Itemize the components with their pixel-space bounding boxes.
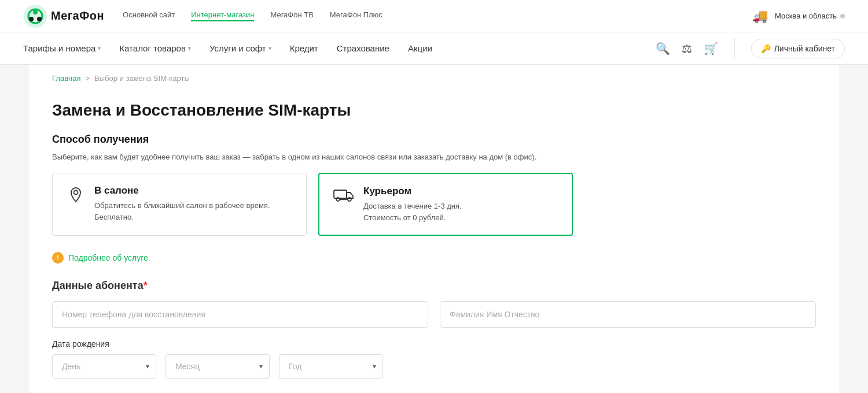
salon-title: В салоне — [94, 185, 292, 196]
nav-promotions[interactable]: Акции — [408, 43, 432, 53]
courier-card-body: Курьером Доставка в течение 1-3 дня.Стои… — [363, 186, 462, 223]
breadcrumb-home[interactable]: Главная — [52, 74, 80, 83]
delivery-option-courier[interactable]: Курьером Доставка в течение 1-3 дня.Стои… — [318, 173, 573, 236]
delivery-options: В салоне Обратитесь в ближайший салон в … — [52, 173, 816, 236]
top-nav-right: 🚚 Москва и область — [752, 9, 845, 24]
year-select[interactable]: Год — [279, 354, 383, 379]
nav-catalog[interactable]: Каталог товаров ▾ — [119, 43, 191, 53]
top-nav-link-shop[interactable]: Интернет-магазин — [191, 10, 254, 21]
page-title: Замена и Восстановление SIM-карты — [52, 101, 816, 120]
svg-point-2 — [33, 10, 38, 14]
phone-input[interactable] — [52, 301, 428, 328]
nav-services[interactable]: Услуги и софт ▾ — [209, 43, 271, 53]
region-dot — [840, 14, 845, 18]
year-select-wrapper: Год ▾ — [279, 354, 383, 379]
breadcrumb-current: Выбор и замена SIM-карты — [94, 74, 190, 83]
date-label: Дата рождения — [52, 339, 816, 348]
delivery-icon[interactable]: 🚚 — [752, 9, 768, 24]
form-section: Данные абонента* Дата рождения День ▾ — [52, 280, 816, 379]
region-label: Москва и область — [775, 12, 837, 20]
day-select[interactable]: День — [52, 354, 156, 379]
chevron-down-icon: ▾ — [269, 45, 271, 51]
top-nav-link-tv[interactable]: МегаФон ТВ — [270, 10, 313, 21]
info-link[interactable]: Подробнее об услуге. — [68, 253, 150, 262]
svg-point-3 — [37, 17, 42, 21]
page-content: Главная > Выбор и замена SIM-карты Замен… — [29, 65, 839, 393]
delivery-section: Способ получения Выберите, как вам будет… — [52, 134, 816, 236]
svg-point-5 — [74, 191, 78, 195]
main-nav-actions: 🔍 ⚖ 🛒 🔑 Личный кабинет — [656, 38, 845, 59]
logo-text: МегаФон — [51, 9, 104, 23]
breadcrumb: Главная > Выбор и замена SIM-карты — [52, 65, 816, 87]
breadcrumb-separator: > — [85, 74, 90, 83]
cabinet-button[interactable]: 🔑 Личный кабинет — [751, 39, 845, 58]
region-selector[interactable]: Москва и область — [775, 12, 845, 20]
cabinet-label: Личный кабинет — [774, 44, 835, 53]
delivery-section-subtitle: Выберите, как вам будет удобнее получить… — [52, 153, 816, 161]
main-nav-links: Тарифы и номера ▾ Каталог товаров ▾ Услу… — [23, 43, 432, 53]
required-mark: * — [144, 280, 148, 291]
month-select-wrapper: Месяц ▾ — [165, 354, 270, 379]
top-navigation: МегаФон Основной сайт Интернет-магазин М… — [0, 0, 868, 32]
name-input[interactable] — [440, 301, 816, 328]
cart-icon[interactable]: 🛒 — [704, 42, 718, 55]
salon-desc: Обратитесь в ближайший салон в рабочее в… — [94, 200, 292, 223]
search-icon[interactable]: 🔍 — [656, 42, 670, 55]
info-icon: ! — [52, 252, 64, 264]
top-nav-links: Основной сайт Интернет-магазин МегаФон Т… — [123, 10, 382, 21]
courier-title: Курьером — [363, 186, 462, 197]
month-select[interactable]: Месяц — [165, 354, 270, 379]
info-link-row: ! Подробнее об услуге. — [52, 252, 816, 264]
chevron-down-icon: ▾ — [98, 45, 101, 51]
compare-icon[interactable]: ⚖ — [682, 42, 692, 55]
main-navigation: Тарифы и номера ▾ Каталог товаров ▾ Услу… — [0, 32, 868, 65]
courier-icon — [333, 187, 354, 207]
delivery-section-title: Способ получения — [52, 134, 816, 146]
salon-icon — [67, 186, 85, 209]
date-section: Дата рождения День ▾ Месяц ▾ — [52, 339, 816, 379]
svg-point-0 — [24, 5, 47, 28]
courier-desc: Доставка в течение 1-3 дня.Стоимость от … — [363, 201, 462, 223]
salon-card-body: В салоне Обратитесь в ближайший салон в … — [94, 185, 292, 223]
logo[interactable]: МегаФон — [23, 4, 104, 28]
svg-point-8 — [348, 198, 351, 201]
day-select-wrapper: День ▾ — [52, 354, 156, 379]
logo-icon — [23, 4, 47, 28]
nav-insurance[interactable]: Страхование — [337, 43, 389, 53]
nav-tariffs[interactable]: Тарифы и номера ▾ — [23, 43, 101, 53]
form-row-main — [52, 301, 816, 328]
top-nav-link-main[interactable]: Основной сайт — [123, 10, 175, 21]
svg-point-4 — [29, 17, 34, 21]
svg-point-7 — [336, 198, 340, 201]
top-nav-link-plus[interactable]: МегаФон Плюс — [330, 10, 382, 21]
nav-divider — [734, 38, 735, 59]
svg-rect-6 — [334, 190, 347, 198]
nav-credit[interactable]: Кредит — [290, 43, 318, 53]
form-section-title: Данные абонента* — [52, 280, 816, 292]
delivery-option-salon[interactable]: В салоне Обратитесь в ближайший салон в … — [52, 173, 307, 236]
chevron-down-icon: ▾ — [188, 45, 191, 51]
date-row: День ▾ Месяц ▾ Год ▾ — [52, 354, 816, 379]
top-nav-left: МегаФон Основной сайт Интернет-магазин М… — [23, 4, 382, 28]
cabinet-icon: 🔑 — [761, 44, 771, 53]
